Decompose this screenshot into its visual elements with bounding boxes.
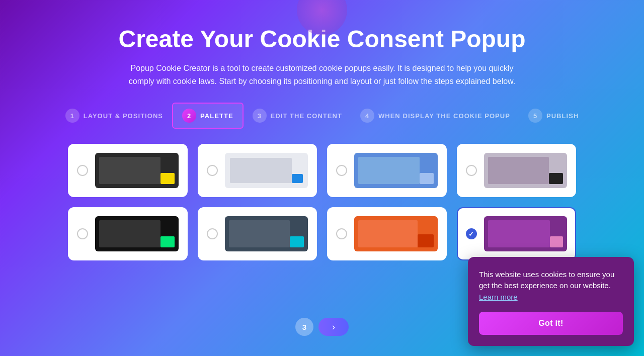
- palette-preview-6: [225, 216, 308, 251]
- step-2-palette[interactable]: 2 PALETTE: [172, 103, 244, 129]
- step-4-label: WHEN DISPLAY THE COOKIE POPUP: [378, 112, 510, 120]
- palette-preview-5: [95, 216, 179, 251]
- palette-radio-3[interactable]: [336, 165, 347, 176]
- step-3-circle: 3: [253, 109, 267, 123]
- palette-card-1[interactable]: [68, 144, 188, 197]
- next-arrow-button[interactable]: ›: [318, 318, 349, 336]
- step-1-label: LAYOUT & POSITIONS: [84, 112, 163, 120]
- palette-preview-7: [354, 216, 438, 251]
- palette-radio-8[interactable]: [466, 228, 477, 239]
- palette-preview-8: [484, 216, 568, 251]
- step-2-label: PALETTE: [200, 112, 233, 120]
- arrow-right-icon: ›: [332, 322, 335, 332]
- palette-preview-3: [354, 153, 438, 188]
- palette-radio-4[interactable]: [466, 165, 477, 176]
- steps-navigation: 1 LAYOUT & POSITIONS 2 PALETTE 3 EDIT TH…: [0, 103, 644, 129]
- got-it-button[interactable]: Got it!: [479, 312, 623, 335]
- palette-card-8[interactable]: [457, 207, 577, 260]
- bottom-navigation: 3 ›: [295, 318, 349, 336]
- palette-radio-5[interactable]: [77, 228, 88, 239]
- step-1-layout[interactable]: 1 LAYOUT & POSITIONS: [56, 104, 172, 128]
- cookie-consent-popup: This website uses cookies to ensure you …: [468, 257, 634, 346]
- step-4-display[interactable]: 4 WHEN DISPLAY THE COOKIE POPUP: [351, 104, 519, 128]
- bottom-step-number: 3: [295, 318, 313, 336]
- step-3-label: EDIT THE CONTENT: [271, 112, 342, 120]
- step-1-circle: 1: [65, 109, 79, 123]
- palette-card-6[interactable]: [198, 207, 317, 260]
- palette-radio-6[interactable]: [207, 228, 218, 239]
- palette-card-4[interactable]: [457, 144, 577, 197]
- palette-card-5[interactable]: [68, 207, 188, 260]
- palette-preview-2: [225, 153, 308, 188]
- step-3-content[interactable]: 3 EDIT THE CONTENT: [244, 104, 351, 128]
- palette-card-2[interactable]: [198, 144, 317, 197]
- learn-more-link[interactable]: Learn more: [479, 293, 518, 301]
- page-description: Popup Cookie Creator is a tool to create…: [126, 62, 518, 87]
- palette-grid: [58, 144, 586, 260]
- step-4-circle: 4: [360, 109, 374, 123]
- step-5-label: PUBLISH: [546, 112, 579, 120]
- step-5-publish[interactable]: 5 PUBLISH: [519, 104, 588, 128]
- palette-card-7[interactable]: [327, 207, 447, 260]
- palette-radio-1[interactable]: [77, 165, 88, 176]
- step-5-circle: 5: [528, 109, 542, 123]
- palette-radio-2[interactable]: [207, 165, 218, 176]
- step-2-circle: 2: [182, 109, 196, 123]
- palette-card-3[interactable]: [327, 144, 447, 197]
- palette-preview-4: [484, 153, 568, 188]
- palette-preview-1: [95, 153, 179, 188]
- cookie-message: This website uses cookies to ensure you …: [479, 269, 623, 303]
- palette-radio-7[interactable]: [336, 228, 347, 239]
